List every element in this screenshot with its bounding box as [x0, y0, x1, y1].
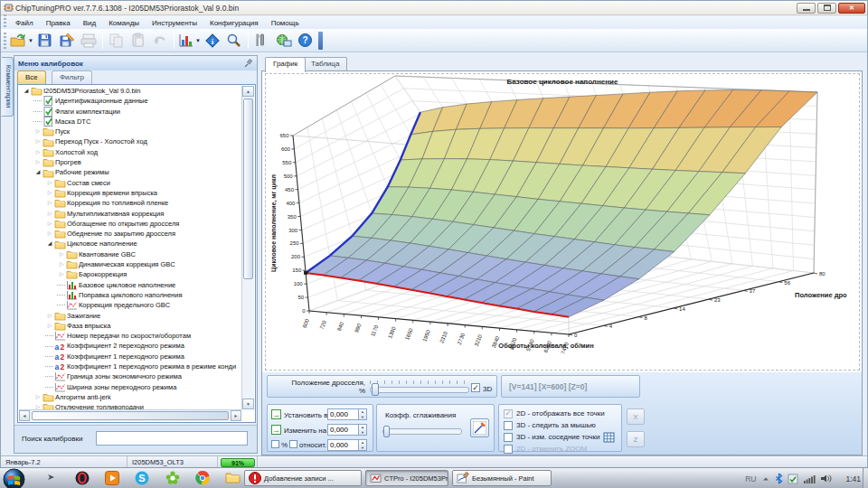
- apply-smoothing-button[interactable]: [470, 418, 489, 437]
- set-value-input[interactable]: [327, 408, 359, 420]
- explorer-icon[interactable]: [225, 471, 241, 483]
- undo-button[interactable]: [150, 31, 170, 51]
- bluetooth-icon[interactable]: [775, 473, 783, 484]
- expand-icon[interactable]: ▷: [33, 402, 42, 409]
- tree-item[interactable]: ▷Обогащение по открытию дросселя: [19, 219, 241, 229]
- set-value-spinner[interactable]: ▲▼: [359, 408, 367, 420]
- expand-icon[interactable]: ▷: [33, 127, 42, 136]
- percent-checkbox[interactable]: ✓: [271, 440, 279, 448]
- tree-item[interactable]: Флаги комплектации: [19, 107, 241, 117]
- title-bar[interactable]: ChipTuningPRO ver.7.7.6.1308 - I205DM53P…: [1, 1, 867, 15]
- up-arrow-icon[interactable]: [761, 474, 770, 483]
- tree-item[interactable]: Коррекция предельного GBC: [19, 300, 241, 310]
- chevron-down-icon[interactable]: ▼: [28, 38, 33, 43]
- tree-item[interactable]: ▷Переход Пуск - Холостой ход: [19, 136, 241, 146]
- maximize-button[interactable]: [817, 3, 836, 14]
- tree-item[interactable]: ▷Обеднение по закрытию дросселя: [19, 229, 241, 239]
- expand-icon[interactable]: ▷: [45, 178, 54, 188]
- tree-item[interactable]: Маска DTC: [19, 117, 241, 127]
- tab-graph[interactable]: График: [265, 57, 306, 72]
- menu-item-1[interactable]: Правка: [40, 18, 77, 28]
- tree-item[interactable]: ▷Динамическая коррекция GBC: [19, 259, 241, 269]
- expand-icon[interactable]: ▷: [45, 209, 54, 219]
- expand-icon[interactable]: ▷: [57, 259, 66, 269]
- change-value-spinner[interactable]: ▲▼: [359, 424, 367, 436]
- expand-icon[interactable]: ▷: [57, 269, 66, 279]
- tree-item[interactable]: ▷Состав смеси: [19, 178, 241, 188]
- tree-item[interactable]: ▷Пуск: [19, 127, 241, 136]
- tree-item[interactable]: Граница зоны экономичного режима: [19, 371, 241, 381]
- volume-icon[interactable]: [820, 474, 833, 483]
- clock[interactable]: 1:41: [845, 474, 861, 483]
- task-button[interactable]: CTPro - I205DM53Pri...: [365, 470, 448, 486]
- throttle-slider[interactable]: [370, 387, 469, 393]
- tree-item[interactable]: a2Коэффициент 1 переходного режима: [19, 352, 241, 361]
- expand-icon[interactable]: ▷: [45, 321, 54, 331]
- expand-icon[interactable]: ▷: [33, 392, 42, 402]
- start-icon[interactable]: [3, 468, 25, 488]
- tray-app-icon[interactable]: [788, 474, 798, 484]
- option-checkbox-0[interactable]: ✓: [504, 409, 513, 418]
- tree-item[interactable]: ▷Квантование GBC: [19, 249, 241, 259]
- save-as-button[interactable]: [57, 31, 77, 51]
- tree-item[interactable]: ▷Прогрев: [19, 157, 241, 167]
- save-file-button[interactable]: [35, 31, 55, 51]
- tab-table[interactable]: Таблица: [303, 57, 347, 71]
- 3d-checkbox[interactable]: ✓: [471, 383, 480, 392]
- tree-item[interactable]: Идентификационные данные: [19, 96, 241, 106]
- search-input[interactable]: [96, 431, 248, 446]
- menu-item-4[interactable]: Инструменты: [146, 18, 203, 28]
- tree-item[interactable]: ▷Коррекция времени впрыска: [19, 188, 241, 198]
- smoothing-slider-thumb[interactable]: [383, 426, 390, 437]
- smoothing-slider[interactable]: [382, 428, 462, 435]
- sidebar-tab-filter[interactable]: Фильтр: [52, 70, 92, 84]
- tree-item[interactable]: ▷Холостой ход: [19, 147, 241, 157]
- expand-icon[interactable]: ▷: [33, 147, 42, 157]
- tree-item[interactable]: a2Коэффициент 1 переходного режима в реж…: [19, 361, 241, 371]
- tree-item[interactable]: ▷Отключение топливоподачи: [19, 402, 241, 409]
- menu-item-0[interactable]: Файл: [9, 18, 40, 28]
- x-axis-button[interactable]: X: [627, 408, 645, 425]
- toolbar-overflow-handle[interactable]: [318, 32, 323, 50]
- sidebar-tab-all[interactable]: Все: [17, 70, 46, 84]
- surface-chart[interactable]: 0501001502002503003504004505005506006506…: [265, 73, 860, 371]
- collapse-icon[interactable]: ◢: [22, 86, 31, 96]
- relative-value-spinner[interactable]: ▲▼: [359, 439, 367, 451]
- option-checkbox-1[interactable]: ✓: [504, 421, 513, 430]
- small-arrow-icon[interactable]: [45, 471, 56, 483]
- relative-checkbox[interactable]: ✓: [289, 440, 297, 448]
- expand-icon[interactable]: ▷: [57, 249, 66, 259]
- task-button[interactable]: Безымянный - Paint: [452, 470, 552, 486]
- media-player-icon[interactable]: [105, 471, 119, 485]
- task-button[interactable]: Добавление записи ...: [244, 470, 362, 486]
- option-checkbox-3[interactable]: ✓: [504, 445, 513, 454]
- signal-icon[interactable]: [803, 474, 816, 483]
- chrome-icon[interactable]: [195, 471, 210, 485]
- tree-item[interactable]: a2Коэффициент 2 переходного режима: [19, 341, 241, 351]
- tree-item[interactable]: Номер передачи по скорости/оборотам: [19, 331, 241, 341]
- pin-icon[interactable]: [244, 59, 253, 68]
- expand-icon[interactable]: ▷: [45, 219, 54, 229]
- settings-button[interactable]: [252, 31, 272, 51]
- change-value-input[interactable]: [327, 424, 359, 436]
- print-button[interactable]: [79, 31, 99, 51]
- paste-button[interactable]: [128, 31, 148, 51]
- toolbar-grip[interactable]: [4, 33, 6, 49]
- tree-item[interactable]: ▷Алгоритм anti-jerk: [19, 392, 241, 402]
- expand-icon[interactable]: ▷: [45, 188, 54, 198]
- collapse-icon[interactable]: ◢: [33, 167, 42, 177]
- chevron-down-icon[interactable]: ▼: [195, 38, 201, 43]
- help-button[interactable]: ?: [296, 31, 316, 51]
- tree-item[interactable]: ▷Зажигание: [19, 311, 241, 321]
- menu-item-2[interactable]: Вид: [77, 18, 102, 28]
- open-file-button[interactable]: ▼: [10, 31, 33, 51]
- tree-horizontal-scrollbar[interactable]: ◄ ►: [19, 409, 241, 421]
- expand-icon[interactable]: ▷: [33, 157, 42, 167]
- tree-item[interactable]: ▷Барокоррекция: [19, 269, 241, 279]
- tree-item[interactable]: Поправка циклового наполнения: [19, 290, 241, 300]
- opera-icon[interactable]: [75, 471, 90, 485]
- tree-item[interactable]: ◢Цикловое наполнение: [19, 239, 241, 249]
- language-indicator[interactable]: RU: [745, 474, 756, 483]
- expand-icon[interactable]: ▷: [33, 136, 42, 146]
- grid-button[interactable]: [603, 432, 615, 443]
